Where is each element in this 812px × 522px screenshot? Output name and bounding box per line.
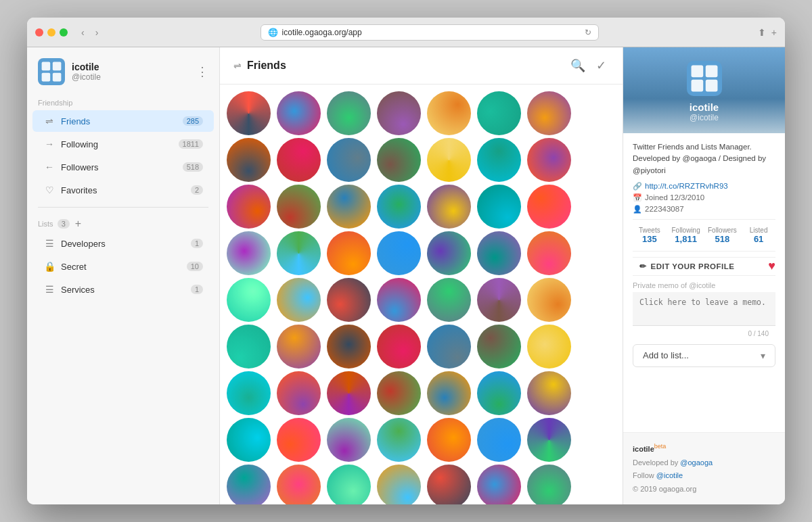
list-item[interactable] (327, 185, 371, 229)
list-item[interactable] (427, 91, 471, 135)
list-item[interactable] (377, 371, 421, 415)
list-item[interactable] (327, 465, 371, 504)
list-item[interactable] (527, 231, 571, 275)
friendship-section-label: Friendship (27, 93, 219, 110)
list-item[interactable] (277, 371, 321, 415)
list-item[interactable] (227, 278, 271, 322)
sidebar-item-secret[interactable]: 🔒 Secret 10 (32, 256, 214, 277)
list-item[interactable] (327, 91, 371, 135)
list-item[interactable] (227, 418, 271, 462)
search-button[interactable]: 🔍 (568, 55, 588, 76)
address-bar[interactable]: 🌐 icotile.ogaoga.org/app ↻ (261, 24, 599, 41)
add-to-list-row[interactable]: Add to list... ▾ (633, 344, 775, 367)
minimize-button[interactable] (47, 28, 55, 37)
list-item[interactable] (527, 91, 571, 135)
list-item[interactable] (477, 371, 521, 415)
sidebar-menu-button[interactable]: ⋮ (196, 66, 208, 78)
stat-following: Following 1,811 (669, 227, 703, 244)
right-username: icotile (690, 101, 719, 113)
list-item[interactable] (227, 231, 271, 275)
list-item[interactable] (327, 138, 371, 182)
avatar (38, 58, 65, 85)
list-item[interactable] (227, 371, 271, 415)
list-item[interactable] (277, 91, 321, 135)
list-item[interactable] (427, 138, 471, 182)
list-item[interactable] (327, 371, 371, 415)
list-item[interactable] (277, 278, 321, 322)
list-item[interactable] (477, 138, 521, 182)
list-item[interactable] (327, 325, 371, 369)
list-item[interactable] (427, 231, 471, 275)
back-button[interactable]: ‹ (78, 26, 87, 39)
memo-textarea[interactable] (633, 292, 775, 326)
listed-label: Listed (750, 227, 768, 234)
list-item[interactable] (427, 185, 471, 229)
sidebar-item-favorites[interactable]: ♡ Favorites 2 (32, 179, 214, 201)
edit-profile-button[interactable]: ✏ EDIT YOUR PROFILE (633, 258, 741, 275)
new-tab-button[interactable]: + (771, 27, 777, 38)
list-item[interactable] (527, 371, 571, 415)
list-item[interactable] (477, 418, 521, 462)
list-item[interactable] (377, 231, 421, 275)
list-item[interactable] (477, 465, 521, 504)
list-item[interactable] (227, 138, 271, 182)
list-item[interactable] (477, 278, 521, 322)
check-button[interactable]: ✓ (593, 55, 609, 76)
list-item[interactable] (377, 278, 421, 322)
forward-button[interactable]: › (93, 26, 102, 39)
refresh-icon[interactable]: ↻ (585, 28, 591, 37)
sidebar-item-following[interactable]: → Following 1811 (32, 133, 214, 155)
dev-link[interactable]: @ogaoga (680, 458, 713, 467)
list-item[interactable] (277, 418, 321, 462)
list-item[interactable] (377, 418, 421, 462)
list-item[interactable] (527, 325, 571, 369)
list-item[interactable] (227, 185, 271, 229)
list-item[interactable] (377, 91, 421, 135)
list-item[interactable] (427, 465, 471, 504)
list-item[interactable] (377, 185, 421, 229)
sidebar-item-label-followers: Followers (61, 162, 177, 172)
share-button[interactable]: ⬆ (758, 27, 766, 38)
list-item[interactable] (277, 465, 321, 504)
list-item[interactable] (227, 465, 271, 504)
list-item[interactable] (427, 418, 471, 462)
list-item[interactable] (227, 325, 271, 369)
right-joined: 📅 Joined 12/3/2010 (633, 193, 775, 202)
sidebar-item-friends[interactable]: ⇌ Friends 285 (32, 110, 214, 132)
list-item[interactable] (427, 325, 471, 369)
profile-link[interactable]: http://t.co/RRZTRvhR93 (645, 182, 728, 190)
list-item[interactable] (277, 325, 321, 369)
list-item[interactable] (327, 231, 371, 275)
list-item[interactable] (477, 231, 521, 275)
sidebar-item-services[interactable]: ☰ Services 1 (32, 279, 214, 300)
list-item[interactable] (427, 278, 471, 322)
globe-icon: 🌐 (268, 28, 278, 37)
sidebar-item-followers[interactable]: ← Followers 518 (32, 156, 214, 178)
maximize-button[interactable] (60, 28, 68, 37)
list-item[interactable] (427, 371, 471, 415)
right-link: 🔗 http://t.co/RRZTRvhR93 (633, 182, 775, 191)
add-list-button[interactable]: + (75, 218, 81, 229)
close-button[interactable] (35, 28, 43, 37)
list-item[interactable] (477, 185, 521, 229)
list-item[interactable] (527, 418, 571, 462)
list-item[interactable] (277, 138, 321, 182)
list-item[interactable] (277, 185, 321, 229)
list-item[interactable] (327, 418, 371, 462)
friends-grid-container[interactable] (220, 85, 623, 504)
follow-link[interactable]: @icotile (656, 471, 683, 479)
list-item[interactable] (477, 91, 521, 135)
list-item[interactable] (527, 185, 571, 229)
list-item[interactable] (377, 465, 421, 504)
sidebar-item-developers[interactable]: ☰ Developers 1 (32, 233, 214, 254)
list-item[interactable] (277, 231, 321, 275)
list-item[interactable] (377, 138, 421, 182)
list-item[interactable] (477, 325, 521, 369)
list-item[interactable] (227, 91, 271, 135)
list-item[interactable] (527, 278, 571, 322)
list-item[interactable] (377, 325, 421, 369)
url-display: icotile.ogaoga.org/app (282, 28, 362, 37)
list-item[interactable] (527, 138, 571, 182)
list-item[interactable] (527, 465, 571, 504)
list-item[interactable] (327, 278, 371, 322)
